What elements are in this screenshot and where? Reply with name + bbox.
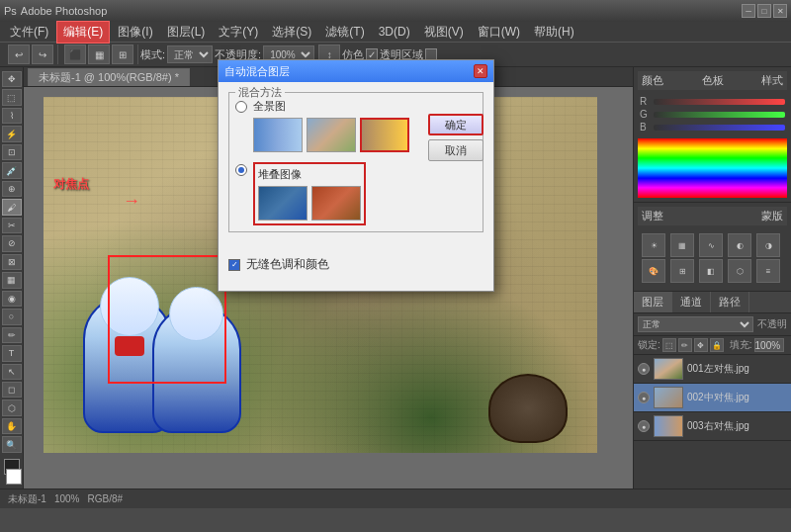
- channels-tab[interactable]: 通道: [672, 292, 711, 312]
- tool-gradient[interactable]: ▦: [2, 272, 22, 288]
- background-color[interactable]: [6, 469, 22, 485]
- tool-eyedropper[interactable]: 💉: [2, 162, 22, 178]
- title-bar-controls[interactable]: ─ □ ✕: [742, 4, 787, 18]
- style-tab-label[interactable]: 样式: [761, 73, 783, 88]
- adj-hsl[interactable]: 🎨: [642, 259, 665, 283]
- cancel-button[interactable]: 取消: [428, 139, 483, 161]
- toolbox: ✥ ⬚ ⌇ ⚡ ⊡ 💉 ⊕ 🖌 ✂ ⊘ ⊠ ▦ ◉ ○ ✏ T ↖ ◻ ⬡ ✋ …: [0, 67, 24, 488]
- tool-text[interactable]: T: [2, 345, 22, 361]
- auto-blend-dialog[interactable]: 自动混合图层 ✕ 混合方法 全景图: [218, 59, 494, 292]
- menu-layer[interactable]: 图层(L): [161, 22, 212, 43]
- tool-history[interactable]: ⊘: [2, 235, 22, 251]
- layer-mode-select[interactable]: 正常: [638, 316, 753, 332]
- stack-radio[interactable]: [235, 164, 247, 176]
- adj-photo-filter[interactable]: ⬡: [728, 259, 751, 283]
- dialog-close-button[interactable]: ✕: [474, 64, 487, 78]
- menu-text[interactable]: 文字(Y): [213, 22, 264, 43]
- tool-heal[interactable]: ⊕: [2, 181, 22, 197]
- paths-tab[interactable]: 路径: [711, 292, 749, 312]
- fill-value[interactable]: [754, 338, 784, 352]
- title-bar-left: Ps Adobe Photoshop: [4, 5, 107, 17]
- mode-label: 模式:: [140, 47, 165, 62]
- lock-position[interactable]: ✥: [694, 338, 708, 352]
- adj-bw[interactable]: ◧: [699, 259, 723, 283]
- layer-item-3[interactable]: ● 003右对焦.jpg: [634, 412, 791, 441]
- adj-levels[interactable]: ▦: [670, 233, 694, 257]
- lock-transparent[interactable]: ⬚: [662, 338, 676, 352]
- mode-select[interactable]: 正常: [167, 45, 213, 63]
- status-bar: 未标题-1 100% RGB/8#: [0, 488, 791, 508]
- seamless-checkbox[interactable]: ✓: [228, 259, 240, 271]
- tool-crop[interactable]: ⊡: [2, 144, 22, 160]
- lock-image[interactable]: ✏: [678, 338, 692, 352]
- canvas-tab[interactable]: 未标题-1 @ 100%(RGB/8#) *: [28, 68, 190, 86]
- tool-hand[interactable]: ✋: [2, 418, 22, 434]
- tool-path-select[interactable]: ↖: [2, 364, 22, 380]
- tb-btn-2[interactable]: ↪: [32, 44, 53, 64]
- adj-exposure[interactable]: ◐: [728, 233, 751, 257]
- tool-blur[interactable]: ◉: [2, 291, 22, 307]
- swatches-tab-label[interactable]: 色板: [702, 73, 724, 88]
- adj-curves[interactable]: ∿: [699, 233, 723, 257]
- stack-thumbs: [258, 186, 361, 221]
- layers-panel: 图层 通道 路径 正常 不透明 锁定: ⬚ ✏ ✥ 🔒 填充:: [634, 292, 791, 488]
- menu-file[interactable]: 文件(F): [4, 22, 54, 43]
- adj-channel-mixer[interactable]: ≡: [756, 259, 780, 283]
- adj-color-balance[interactable]: ⊞: [670, 259, 694, 283]
- tool-clone[interactable]: ✂: [2, 218, 22, 233]
- mask-tab-label[interactable]: 蒙版: [761, 209, 783, 223]
- maximize-button[interactable]: □: [757, 4, 771, 18]
- tool-shape[interactable]: ◻: [2, 382, 22, 398]
- tool-3d[interactable]: ⬡: [2, 399, 22, 415]
- color-tab-label[interactable]: 颜色: [642, 73, 663, 88]
- tool-dodge[interactable]: ○: [2, 309, 22, 324]
- channel-r-slider[interactable]: [654, 99, 785, 105]
- layer-item-1[interactable]: ● 001左对焦.jpg: [634, 355, 791, 384]
- lock-all[interactable]: 🔒: [710, 338, 724, 352]
- menu-window[interactable]: 窗口(W): [472, 22, 526, 43]
- tb-btn-5[interactable]: ⊞: [112, 44, 133, 64]
- title-bar: Ps Adobe Photoshop ─ □ ✕: [0, 0, 791, 22]
- channel-b-slider[interactable]: [654, 125, 785, 131]
- menu-image[interactable]: 图像(I): [112, 22, 158, 43]
- stack-thumb-inner-1: [259, 187, 307, 220]
- status-mode: RGB/8#: [87, 493, 123, 504]
- menu-view[interactable]: 视图(V): [418, 22, 470, 43]
- ok-button[interactable]: 确定: [428, 114, 483, 135]
- opacity-label-r: 不透明: [757, 317, 787, 331]
- tb-btn-3[interactable]: ⬛: [64, 44, 86, 64]
- stack-option[interactable]: 堆叠图像: [235, 162, 477, 225]
- tool-select-rect[interactable]: ⬚: [2, 89, 22, 105]
- tb-btn-4[interactable]: ▦: [88, 44, 110, 64]
- layer-eye-2[interactable]: ●: [638, 392, 650, 403]
- menu-help[interactable]: 帮助(H): [528, 22, 580, 43]
- tool-brush[interactable]: 🖌: [2, 199, 22, 215]
- tool-zoom[interactable]: 🔍: [2, 436, 22, 452]
- pano-thumb-inner-3: [362, 120, 407, 150]
- menu-filter[interactable]: 滤镜(T): [319, 22, 370, 43]
- channel-g-slider[interactable]: [654, 112, 785, 118]
- tool-eraser[interactable]: ⊠: [2, 254, 22, 270]
- tool-move[interactable]: ✥: [2, 71, 22, 87]
- layer-eye-1[interactable]: ●: [638, 363, 650, 375]
- tool-pen[interactable]: ✏: [2, 327, 22, 343]
- menu-select[interactable]: 选择(S): [266, 22, 317, 43]
- tool-magic-wand[interactable]: ⚡: [2, 126, 22, 141]
- tb-btn-1[interactable]: ↩: [8, 44, 30, 64]
- adj-tab-label[interactable]: 调整: [642, 209, 663, 223]
- menu-edit[interactable]: 编辑(E): [56, 21, 110, 44]
- status-zoom: 100%: [54, 493, 80, 504]
- minimize-button[interactable]: ─: [742, 4, 755, 18]
- close-button[interactable]: ✕: [773, 4, 787, 18]
- layers-tab[interactable]: 图层: [634, 292, 672, 312]
- tool-lasso[interactable]: ⌇: [2, 108, 22, 124]
- color-spectrum[interactable]: [638, 138, 787, 198]
- adj-brightness[interactable]: ☀: [642, 233, 665, 257]
- layer-item-2[interactable]: ● 002中对焦.jpg: [634, 384, 791, 412]
- menu-3d[interactable]: 3D(D): [373, 23, 416, 41]
- pano-thumb-inner-1: [254, 119, 302, 151]
- layer-eye-3[interactable]: ●: [638, 420, 650, 432]
- adj-vibrance[interactable]: ◑: [756, 233, 780, 257]
- channel-b: B: [640, 122, 785, 133]
- panorama-radio[interactable]: [235, 101, 247, 113]
